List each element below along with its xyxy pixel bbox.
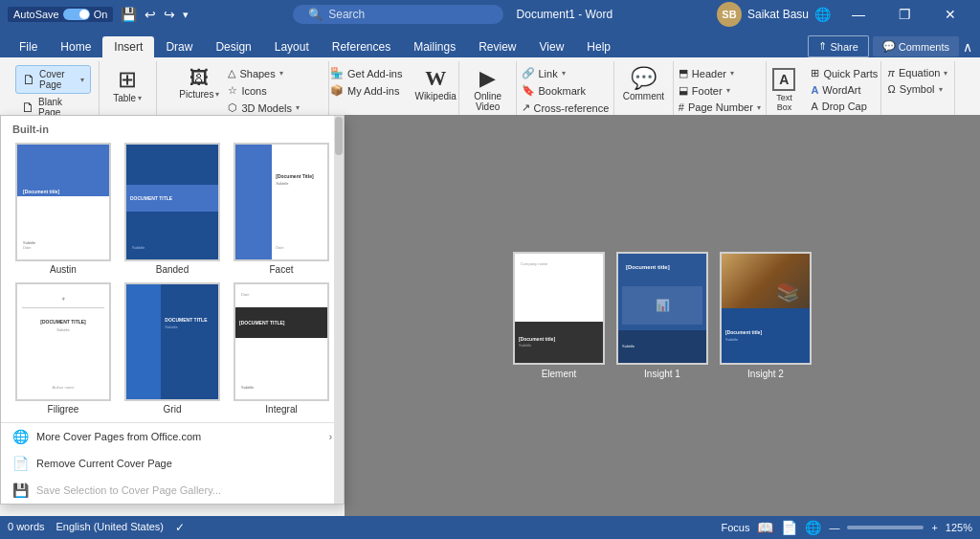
search-placeholder: Search xyxy=(328,8,365,21)
zoom-minus-icon[interactable]: — xyxy=(829,522,839,533)
cover-page-dropdown: Built-in [Document title] Subtitle Date … xyxy=(0,115,345,505)
online-video-button[interactable]: ▶ OnlineVideo xyxy=(467,65,509,115)
tab-file[interactable]: File xyxy=(8,36,49,57)
dropcap-button[interactable]: A Drop Cap xyxy=(807,99,881,114)
tab-design[interactable]: Design xyxy=(204,36,262,57)
zoom-level[interactable]: 125% xyxy=(946,522,972,533)
tab-view[interactable]: View xyxy=(528,36,576,57)
title-bar-right: SB Saikat Basu 🌐 — ❐ ✕ xyxy=(717,0,972,29)
bookmark-button[interactable]: 🔖 Bookmark xyxy=(518,82,613,99)
equation-button[interactable]: π Equation ▾ xyxy=(884,65,952,80)
globe-icon[interactable]: 🌐 xyxy=(814,7,831,22)
undo-icon[interactable]: ↩ xyxy=(145,7,156,22)
page-number-arrow: ▾ xyxy=(757,103,761,112)
template-filigree[interactable]: ⚜ [DOCUMENT TITLE] Subtitle Author name … xyxy=(12,282,114,415)
tab-help[interactable]: Help xyxy=(575,36,622,57)
tab-layout[interactable]: Layout xyxy=(263,36,321,57)
3d-models-icon: ⬡ xyxy=(228,101,237,114)
more-cover-pages-item[interactable]: 🌐 More Cover Pages from Office.com › xyxy=(1,423,344,450)
footer-button[interactable]: ⬓ Footer ▾ xyxy=(675,82,765,99)
template-banded[interactable]: DOCUMENT TITLE Subtitle Banded xyxy=(122,143,223,275)
template-facet[interactable]: [Document Title] Subtitle Date Facet xyxy=(231,143,332,275)
pictures-button[interactable]: 🖼 Pictures ▾ xyxy=(174,65,224,102)
textbox-button[interactable]: A TextBox xyxy=(765,65,803,115)
preview-card-element[interactable]: [Document title] Subtitle Company name E… xyxy=(513,252,605,379)
autosave-toggle[interactable]: AutoSave On xyxy=(8,7,113,22)
bookmark-label: Bookmark xyxy=(539,85,587,97)
template-integral[interactable]: [DOCUMENT TITLE] Subtitle Date Integral xyxy=(231,282,332,415)
wikipedia-button[interactable]: W Wikipedia xyxy=(410,65,460,104)
template-name-banded: Banded xyxy=(156,264,189,275)
preview-card-insight1[interactable]: [Document title] 📊 Subtitle Insight 1 xyxy=(616,252,708,379)
web-view-icon[interactable]: 🌐 xyxy=(805,520,821,535)
minimize-button[interactable]: — xyxy=(836,0,880,29)
read-mode-icon[interactable]: 📖 xyxy=(757,520,773,535)
restore-button[interactable]: ❐ xyxy=(882,0,926,29)
template-grid[interactable]: DOCUMENT TITLE Subtitle Grid xyxy=(122,282,223,415)
3d-models-button[interactable]: ⬡ 3D Models ▾ xyxy=(224,100,310,116)
symbol-label: Symbol xyxy=(900,83,935,95)
save-icon[interactable]: 💾 xyxy=(121,7,137,22)
preview-card-insight2[interactable]: 📚 [Document title] Subtitle Insight 2 xyxy=(720,252,812,379)
autosave-switch[interactable] xyxy=(63,9,90,20)
header-label: Header xyxy=(692,68,726,79)
collapse-ribbon-icon[interactable]: ∧ xyxy=(963,39,972,55)
template-austin[interactable]: [Document title] Subtitle Date Austin xyxy=(12,143,114,275)
dropdown-scrollbar[interactable] xyxy=(334,116,344,504)
get-addins-button[interactable]: 🏪 Get Add-ins xyxy=(326,65,406,81)
save-selection-item: 💾 Save Selection to Cover Page Gallery..… xyxy=(1,477,344,504)
cover-page-button[interactable]: 🗋 Cover Page ▾ xyxy=(15,65,91,94)
wikipedia-label: Wikipedia xyxy=(414,91,456,101)
zoom-slider[interactable] xyxy=(847,526,924,529)
textbox-label: TextBox xyxy=(776,93,792,112)
comment-icon: 💬 xyxy=(631,68,657,89)
status-bar: 0 words English (United States) ✓ Focus … xyxy=(0,516,980,539)
focus-button[interactable]: Focus xyxy=(721,522,749,533)
user-name: Saikat Basu xyxy=(747,8,809,21)
shapes-button[interactable]: △ Shapes ▾ xyxy=(224,65,310,81)
status-right: Focus 📖 📄 🌐 — + 125% xyxy=(721,520,972,535)
template-name-filigree: Filigree xyxy=(48,404,79,415)
dropcap-label: Drop Cap xyxy=(822,101,867,112)
redo-icon[interactable]: ↪ xyxy=(164,7,175,22)
tab-mailings[interactable]: Mailings xyxy=(402,36,467,57)
zoom-plus-icon[interactable]: + xyxy=(931,522,937,533)
remove-cover-page-item[interactable]: 📄 Remove Current Cover Page xyxy=(1,450,344,477)
blank-page-icon: 🗋 xyxy=(21,100,34,115)
footer-arrow: ▾ xyxy=(726,86,730,95)
tab-review[interactable]: Review xyxy=(467,36,527,57)
table-button[interactable]: ⊞ Table ▾ xyxy=(106,65,148,106)
icons-button[interactable]: ☆ Icons xyxy=(224,82,310,99)
avatar[interactable]: SB xyxy=(717,2,742,27)
symbol-button[interactable]: Ω Symbol ▾ xyxy=(884,81,952,97)
print-layout-icon[interactable]: 📄 xyxy=(781,520,797,535)
quick-parts-button[interactable]: ⊞ Quick Parts xyxy=(807,65,881,81)
page-number-button[interactable]: # Page Number ▾ xyxy=(675,100,765,115)
3d-models-arrow: ▾ xyxy=(296,103,300,112)
wordart-button[interactable]: A WordArt xyxy=(807,82,881,98)
title-bar-left: AutoSave On 💾 ↩ ↪ ▾ xyxy=(8,7,189,22)
cross-reference-button[interactable]: ↗ Cross-reference xyxy=(518,100,613,116)
language-label: English (United States) xyxy=(56,521,165,534)
preview-name-element: Element xyxy=(542,369,577,379)
icons-icon: ☆ xyxy=(228,84,237,97)
close-button[interactable]: ✕ xyxy=(928,0,972,29)
comments-button[interactable]: 💬 Comments xyxy=(873,36,959,56)
header-button[interactable]: ⬒ Header ▾ xyxy=(675,65,765,81)
link-button[interactable]: 🔗 Link ▾ xyxy=(518,65,613,81)
bookmark-icon: 🔖 xyxy=(522,84,535,97)
autosave-state: On xyxy=(94,9,108,20)
share-button[interactable]: ⇑ Share xyxy=(808,35,868,57)
my-addins-button[interactable]: 📦 My Add-ins xyxy=(326,82,406,99)
symbols-col: π Equation ▾ Ω Symbol ▾ xyxy=(884,65,952,97)
template-name-facet: Facet xyxy=(269,264,293,275)
tab-draw[interactable]: Draw xyxy=(154,36,204,57)
tab-references[interactable]: References xyxy=(321,36,402,57)
quick-parts-label: Quick Parts xyxy=(823,68,878,79)
title-bar: AutoSave On 💾 ↩ ↪ ▾ 🔍 Search Document1 -… xyxy=(0,0,980,29)
more-cover-pages-icon: 🌐 xyxy=(12,429,29,444)
tab-insert[interactable]: Insert xyxy=(102,36,154,57)
link-label: Link xyxy=(539,68,558,79)
comment-button[interactable]: 💬 Comment xyxy=(618,65,669,104)
tab-home[interactable]: Home xyxy=(49,36,102,57)
